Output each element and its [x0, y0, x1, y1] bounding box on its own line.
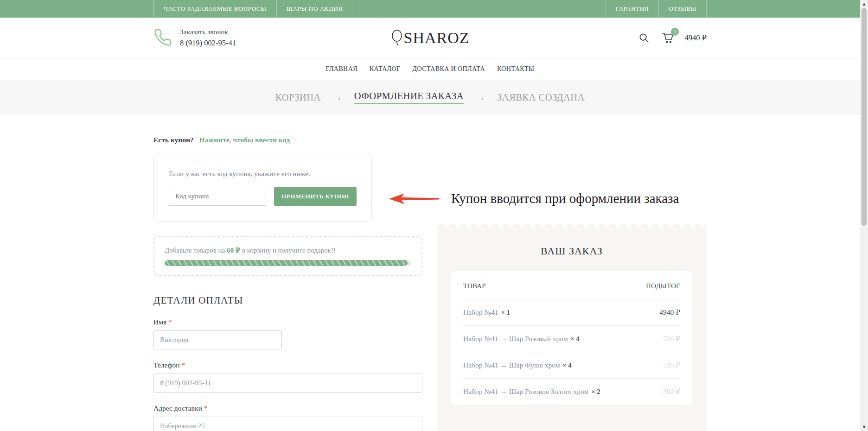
- checkout-steps: КОРЗИНА → ОФОРМЛЕНИЕ ЗАКАЗА → ЗАЯВКА СОЗ…: [0, 80, 860, 115]
- scrollbar-thumb[interactable]: [862, 8, 867, 226]
- nav-item-delivery[interactable]: ДОСТАВКА И ОПЛАТА: [413, 65, 485, 73]
- receipt-scallop-edge: [437, 222, 707, 228]
- phone-icon: [153, 28, 172, 47]
- step-order-created: ЗАЯВКА СОЗДАНА: [497, 92, 585, 103]
- name-field[interactable]: [153, 330, 282, 349]
- step-cart[interactable]: КОРЗИНА: [275, 92, 321, 103]
- checkout-page: ЧАСТО ЗАДАВАЕМЫЕ ВОПРОСЫ ШАРЫ ПО АКЦИИ Г…: [0, 0, 860, 431]
- nav-item-home[interactable]: ГЛАВНАЯ: [326, 65, 357, 73]
- phone-field[interactable]: [153, 374, 422, 393]
- gift-progress-box: Добавьте товаров на 60 ₽ в корзину и пол…: [153, 236, 422, 276]
- order-item-row: Набор №41 → Шар Розовое Золото хром× 2 3…: [463, 379, 680, 405]
- logo[interactable]: SHAROZ: [390, 29, 469, 47]
- nav-item-contacts[interactable]: КОНТАКТЫ: [497, 65, 534, 73]
- red-arrow-left-icon: [389, 192, 440, 206]
- address-field[interactable]: [153, 417, 422, 431]
- required-asterisk: *: [168, 318, 172, 326]
- order-card: ТОВАР ПОДЫТОГ Набор №41× 1 4940 ₽ Набор …: [451, 271, 692, 405]
- billing-title: ДЕТАЛИ ОПЛАТЫ: [153, 295, 422, 306]
- cart-button[interactable]: 1: [662, 32, 675, 44]
- callback-block[interactable]: Заказать звонок 8 (919) 002-95-41: [153, 27, 236, 48]
- order-item-row: Набор №41 → Шар Розовый хром× 4 720 ₽: [463, 326, 680, 352]
- gift-progress-fill: [165, 260, 408, 266]
- main-nav: ГЛАВНАЯ КАТАЛОГ ДОСТАВКА И ОПЛАТА КОНТАК…: [0, 58, 860, 80]
- order-col-product: ТОВАР: [463, 282, 486, 290]
- required-asterisk: *: [204, 404, 208, 412]
- topbar: ЧАСТО ЗАДАВАЕМЫЕ ВОПРОСЫ ШАРЫ ПО АКЦИИ Г…: [0, 0, 860, 18]
- order-item-price: 4940 ₽: [659, 308, 680, 317]
- coupon-question: Есть купон?: [153, 136, 194, 144]
- topbar-left-group: ЧАСТО ЗАДАВАЕМЫЕ ВОПРОСЫ ШАРЫ ПО АКЦИИ: [153, 0, 353, 18]
- header-phone-number: 8 (919) 002-95-41: [180, 38, 236, 49]
- gift-amount: 60 ₽: [227, 247, 240, 254]
- checkout-left-column: Есть купон? Нажмите, чтобы ввести код Ес…: [153, 115, 422, 431]
- order-summary-panel: ВАШ ЗАКАЗ ТОВАР ПОДЫТОГ Набор №41× 1 494…: [437, 228, 707, 431]
- annotation-text: Купон вводится при оформлении заказа: [451, 191, 679, 206]
- arrow-right-icon: →: [333, 92, 342, 103]
- topbar-link-faq[interactable]: ЧАСТО ЗАДАВАЕМЫЕ ВОПРОСЫ: [153, 0, 276, 18]
- scroll-up-arrow[interactable]: ▲: [860, 0, 868, 8]
- order-col-subtotal: ПОДЫТОГ: [646, 282, 680, 290]
- topbar-link-sale-balloons[interactable]: ШАРЫ ПО АКЦИИ: [276, 0, 353, 18]
- apply-coupon-button[interactable]: ПРИМЕНИТЬ КУПОН: [274, 187, 357, 206]
- order-item-price: 360 ₽: [663, 387, 680, 396]
- nav-item-catalog[interactable]: КАТАЛОГ: [370, 65, 401, 73]
- name-field-label: Имя *: [153, 318, 422, 326]
- coupon-code-input[interactable]: [169, 187, 266, 206]
- scroll-down-arrow[interactable]: ▼: [860, 423, 868, 431]
- address-field-label: Адрес доставки *: [153, 404, 422, 412]
- order-item-row: Набор №41 → Шар Фуше хром× 4 720 ₽: [463, 352, 680, 379]
- gift-progress-track: [165, 260, 411, 266]
- gift-text-after: в корзину и получите подарок!!: [240, 247, 336, 254]
- search-icon[interactable]: [638, 32, 649, 43]
- phone-field-label: Телефон *: [153, 361, 422, 369]
- gift-text-before: Добавьте товаров на: [165, 247, 227, 254]
- cart-total: 4940 ₽: [684, 33, 707, 43]
- order-title: ВАШ ЗАКАЗ: [437, 228, 707, 257]
- coupon-toggle-link[interactable]: Нажмите, чтобы ввести код: [199, 136, 290, 144]
- scrollbar[interactable]: ▲ ▼: [860, 0, 868, 431]
- coupon-form: Если у вас есть код купона, укажите его …: [153, 154, 372, 222]
- logo-text: SHAROZ: [403, 29, 469, 47]
- coupon-hint: Если у вас есть код купона, укажите его …: [169, 170, 357, 178]
- step-checkout[interactable]: ОФОРМЛЕНИЕ ЗАКАЗА: [354, 91, 464, 104]
- cart-count-badge: 1: [671, 28, 679, 36]
- topbar-link-reviews[interactable]: ОТЗЫВЫ: [658, 0, 707, 18]
- callback-label: Заказать звонок: [180, 27, 236, 37]
- order-item-price: 720 ₽: [663, 361, 680, 369]
- arrow-right-icon: →: [476, 92, 485, 103]
- order-item-price: 720 ₽: [663, 335, 680, 343]
- order-item-row: Набор №41× 1 4940 ₽: [463, 299, 680, 326]
- header: Заказать звонок 8 (919) 002-95-41 SHAROZ: [0, 18, 860, 58]
- topbar-right-group: ГАРАНТИЯ ОТЗЫВЫ: [606, 0, 707, 18]
- required-asterisk: *: [182, 361, 185, 369]
- balloon-logo-icon: [390, 29, 403, 47]
- coupon-annotation: Купон вводится при оформлении заказа: [389, 191, 679, 206]
- topbar-link-warranty[interactable]: ГАРАНТИЯ: [606, 0, 659, 18]
